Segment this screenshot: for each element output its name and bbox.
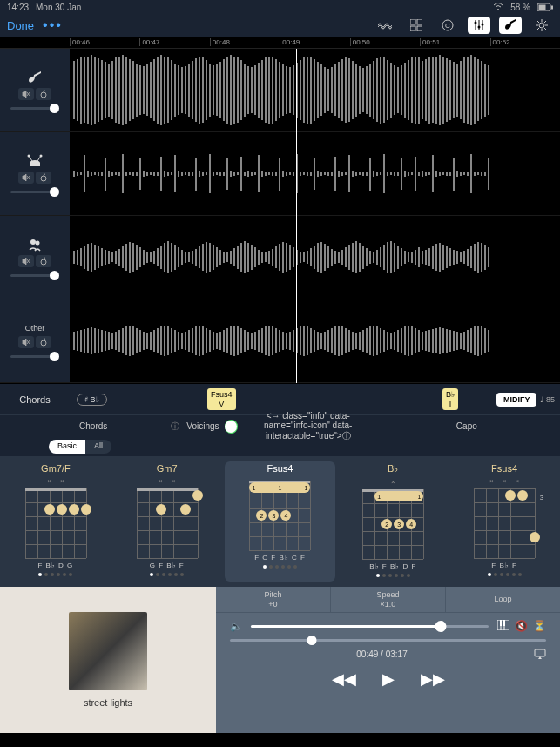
grid-icon[interactable] (405, 17, 428, 34)
chord-name: Fsus4 (267, 463, 293, 474)
chord-notes: F B♭ F (491, 562, 517, 569)
mute-button[interactable] (18, 255, 34, 267)
solo-button[interactable] (36, 88, 51, 100)
filter-segment[interactable]: Basic All (49, 440, 111, 454)
svg-point-16 (539, 23, 544, 28)
mute-button[interactable] (18, 336, 34, 348)
chord-notes: G F B♭ F (150, 562, 185, 569)
key-chip[interactable]: ♯ B♭ (77, 394, 107, 406)
view-tabs: Chords ⓘ Voicings <→ class="info" data-n… (0, 414, 560, 437)
page-dots[interactable] (488, 573, 522, 576)
chord-badge[interactable]: B♭I (442, 388, 458, 411)
more-button[interactable]: ••• (43, 17, 63, 33)
page-dots[interactable] (263, 565, 297, 569)
fretboard: 3 (474, 488, 535, 558)
segment-all[interactable]: All (85, 440, 111, 454)
segment-basic[interactable]: Basic (49, 440, 85, 454)
svg-rect-4 (410, 19, 415, 24)
ruler-tick: 00:50 (350, 38, 420, 46)
chord-name: Gm7 (157, 463, 178, 474)
waveform[interactable] (70, 49, 560, 131)
speed-tab[interactable]: Speed×1.0 (331, 587, 446, 612)
svg-rect-2 (539, 4, 546, 10)
chord-name: B♭ (388, 463, 398, 474)
pitch-tab[interactable]: Pitch+0 (216, 587, 331, 612)
volume-slider[interactable] (10, 355, 59, 358)
rewind-button[interactable]: ◀◀ (332, 670, 356, 689)
ruler-tick: 00:49 (280, 38, 349, 46)
solo-button[interactable] (36, 255, 51, 267)
gear-icon[interactable] (530, 17, 553, 34)
svg-point-23 (30, 239, 36, 245)
fretboard (137, 488, 198, 558)
status-date: Mon 30 Jan (36, 3, 81, 12)
fretboard (25, 488, 86, 558)
chord-card[interactable]: B♭×11234B♭ F B♭ D F (337, 461, 449, 582)
play-button[interactable]: ▶ (382, 670, 395, 689)
waveform[interactable] (70, 299, 560, 382)
chord-notes: F C F B♭ C F (254, 554, 306, 562)
hourglass-icon[interactable]: ⏳ (533, 620, 546, 632)
done-button[interactable]: Done (7, 19, 34, 32)
volume-slider[interactable] (10, 191, 59, 193)
svg-rect-29 (503, 620, 505, 626)
svg-text:C: C (445, 22, 450, 30)
guitar-mode-icon[interactable] (499, 17, 522, 34)
song-title: street lights (84, 697, 132, 708)
chord-name: Fsus4 (491, 463, 517, 474)
piano-icon[interactable] (497, 620, 509, 632)
volume-slider[interactable] (10, 274, 59, 277)
mixer-icon[interactable] (468, 17, 490, 34)
svg-rect-5 (417, 19, 422, 24)
svg-rect-30 (535, 649, 545, 656)
playhead[interactable] (296, 49, 297, 383)
fret-markers: ×× (47, 477, 64, 485)
midify-button[interactable]: MIDIFY (496, 393, 537, 407)
time-ruler[interactable]: 00:46 00:47 00:48 00:49 00:50 00:51 00:5… (0, 37, 560, 49)
tempo-indicator[interactable]: ♩ 85 (540, 395, 555, 404)
tab-capo[interactable]: Capo (374, 421, 560, 431)
waveform[interactable] (70, 216, 560, 299)
waveform-icon[interactable] (374, 17, 396, 34)
mute-button[interactable] (18, 172, 34, 184)
tab-voicings[interactable]: Voicings <→ class="info" data-name="info… (186, 411, 373, 442)
chord-card[interactable]: Fsus4111234F C F B♭ C F (225, 461, 336, 582)
album-art[interactable] (69, 612, 147, 690)
chord-card[interactable]: Gm7××G F B♭ F (111, 461, 223, 582)
chord-notes: B♭ F B♭ D F (369, 562, 416, 570)
svg-point-14 (478, 26, 481, 29)
chord-card[interactable]: Gm7/F××F B♭ D G (0, 461, 111, 582)
page-dots[interactable] (376, 574, 410, 577)
waveform[interactable] (70, 132, 560, 215)
copyright-icon[interactable]: C (436, 17, 459, 34)
ruler-tick: 00:48 (210, 38, 280, 46)
loop-tab[interactable]: Loop (446, 587, 560, 612)
track-header (0, 49, 70, 131)
fret-markers: × (391, 478, 395, 486)
tab-chords[interactable]: Chords ⓘ (0, 421, 186, 431)
page-dots[interactable] (38, 573, 72, 576)
track-header (0, 132, 70, 215)
volume-slider[interactable] (251, 625, 489, 628)
chord-badge[interactable]: Fsus4V (207, 388, 236, 411)
svg-rect-6 (410, 26, 415, 31)
info-icon[interactable]: ⓘ (171, 421, 179, 433)
status-bar: 14:23 Mon 30 Jan 58 % (0, 0, 560, 14)
vocals-icon (26, 238, 44, 252)
voicings-toggle[interactable] (225, 420, 238, 434)
page-dots[interactable] (150, 573, 184, 576)
airplay-icon[interactable] (534, 649, 546, 659)
svg-rect-7 (417, 26, 422, 31)
solo-button[interactable] (36, 336, 51, 348)
volume-slider[interactable] (10, 107, 59, 110)
track-vocals (0, 216, 560, 299)
mute-button[interactable] (18, 88, 34, 100)
progress-slider[interactable] (230, 639, 546, 642)
chord-card[interactable]: Fsus4×××3F B♭ F (449, 461, 560, 582)
bottom-panel: street lights Pitch+0 Speed×1.0 Loop 🔈 🔇… (0, 587, 560, 733)
mute-all-icon[interactable]: 🔇 (515, 620, 528, 632)
forward-button[interactable]: ▶▶ (421, 670, 445, 689)
svg-point-13 (475, 22, 477, 24)
track-drums (0, 132, 560, 216)
solo-button[interactable] (36, 172, 51, 184)
